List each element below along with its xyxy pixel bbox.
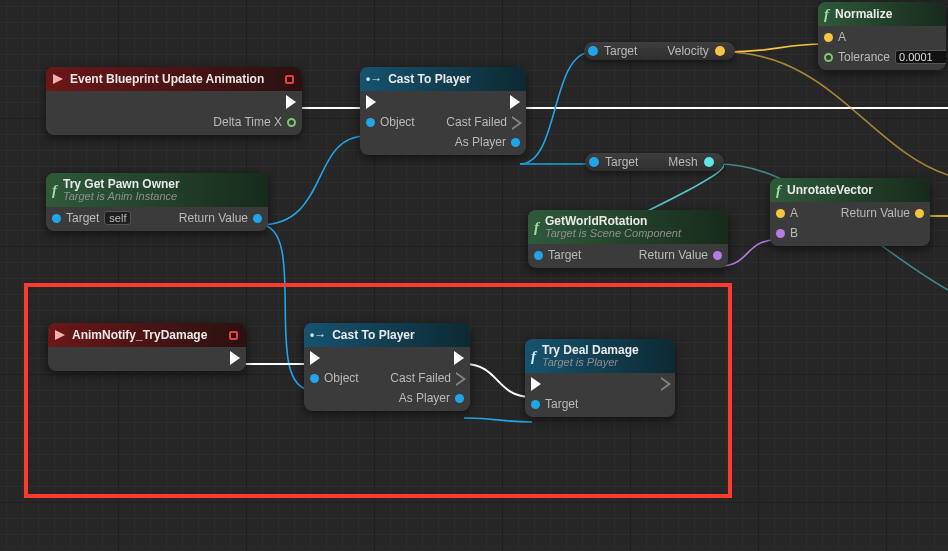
- pin-velocity-out[interactable]: [715, 46, 725, 56]
- event-icon: [52, 73, 64, 85]
- node-title: Cast To Player: [332, 328, 414, 342]
- pin-cast-failed[interactable]: Cast Failed: [390, 371, 464, 385]
- tolerance-input[interactable]: [895, 50, 946, 64]
- delegate-pin[interactable]: [229, 331, 238, 340]
- pin-object[interactable]: Object: [366, 115, 415, 129]
- node-get-velocity[interactable]: Target Velocity: [584, 42, 735, 60]
- node-title: UnrotateVector: [787, 183, 873, 197]
- pin-delta-time[interactable]: Delta Time X: [213, 115, 296, 129]
- node-title: Event Blueprint Update Animation: [70, 72, 264, 86]
- exec-in-pin[interactable]: [366, 95, 415, 109]
- pin-tolerance[interactable]: Tolerance: [824, 50, 946, 64]
- node-header: f GetWorldRotation Target is Scene Compo…: [528, 210, 728, 244]
- node-title: AnimNotify_TryDamage: [72, 328, 207, 342]
- self-default: self: [104, 211, 131, 225]
- node-get-mesh[interactable]: Target Mesh: [585, 153, 724, 171]
- exec-out-pin[interactable]: [510, 95, 520, 109]
- exec-out-pin[interactable]: [454, 351, 464, 365]
- node-subtitle: Target is Scene Component: [545, 226, 681, 240]
- pin-target[interactable]: [588, 46, 598, 56]
- node-subtitle: Target is Player: [542, 355, 639, 369]
- function-icon: f: [531, 350, 536, 362]
- node-header: AnimNotify_TryDamage: [48, 323, 246, 347]
- pin-b[interactable]: B: [776, 226, 798, 240]
- pin-return-value[interactable]: Return Value: [841, 206, 924, 220]
- node-normalize[interactable]: f Normalize A Tolerance: [818, 2, 946, 70]
- node-header: •→ Cast To Player: [360, 67, 526, 91]
- node-cast-to-player-1[interactable]: •→ Cast To Player Object Cast Failed As …: [360, 67, 526, 155]
- pin-target[interactable]: Target: [531, 397, 578, 411]
- exec-out-pin[interactable]: [286, 95, 296, 109]
- pin-as-player[interactable]: As Player: [399, 391, 464, 405]
- pin-cast-failed[interactable]: Cast Failed: [446, 115, 520, 129]
- exec-out-pin[interactable]: [230, 351, 240, 365]
- function-icon: f: [534, 221, 539, 233]
- exec-in-pin[interactable]: [531, 377, 578, 391]
- node-cast-to-player-2[interactable]: •→ Cast To Player Object Cast Failed As …: [304, 323, 470, 411]
- pin-object[interactable]: Object: [310, 371, 359, 385]
- node-header: •→ Cast To Player: [304, 323, 470, 347]
- pin-as-player[interactable]: As Player: [455, 135, 520, 149]
- node-header: f Try Deal Damage Target is Player: [525, 339, 675, 373]
- node-header: f Normalize: [818, 2, 946, 26]
- pin-mesh-out[interactable]: [704, 157, 714, 167]
- function-icon: f: [776, 184, 781, 196]
- node-header: f Try Get Pawn Owner Target is Anim Inst…: [46, 173, 268, 207]
- function-icon: f: [824, 8, 829, 20]
- pin-target[interactable]: Target: [534, 248, 581, 262]
- pin-target[interactable]: Target self: [52, 211, 131, 225]
- node-subtitle: Target is Anim Instance: [63, 189, 180, 203]
- pin-a[interactable]: A: [776, 206, 798, 220]
- node-title: Cast To Player: [388, 72, 470, 86]
- pin-target[interactable]: [589, 157, 599, 167]
- node-try-deal-damage[interactable]: f Try Deal Damage Target is Player Targe…: [525, 339, 675, 417]
- pin-a[interactable]: A: [824, 30, 946, 44]
- node-header: f UnrotateVector: [770, 178, 930, 202]
- pin-return-value[interactable]: Return Value: [179, 211, 262, 225]
- exec-out-pin[interactable]: [661, 377, 669, 389]
- node-try-get-pawn-owner[interactable]: f Try Get Pawn Owner Target is Anim Inst…: [46, 173, 268, 231]
- node-anim-notify-try-damage[interactable]: AnimNotify_TryDamage: [48, 323, 246, 371]
- cast-icon: •→: [310, 328, 326, 342]
- delegate-pin[interactable]: [285, 75, 294, 84]
- pin-return-value[interactable]: Return Value: [639, 248, 722, 262]
- node-get-world-rotation[interactable]: f GetWorldRotation Target is Scene Compo…: [528, 210, 728, 268]
- cast-icon: •→: [366, 72, 382, 86]
- node-unrotate-vector[interactable]: f UnrotateVector A B Return Value: [770, 178, 930, 246]
- exec-in-pin[interactable]: [310, 351, 359, 365]
- node-event-update[interactable]: Event Blueprint Update Animation Delta T…: [46, 67, 302, 135]
- node-title: Normalize: [835, 7, 892, 21]
- event-icon: [54, 329, 66, 341]
- node-header: Event Blueprint Update Animation: [46, 67, 302, 91]
- function-icon: f: [52, 184, 57, 196]
